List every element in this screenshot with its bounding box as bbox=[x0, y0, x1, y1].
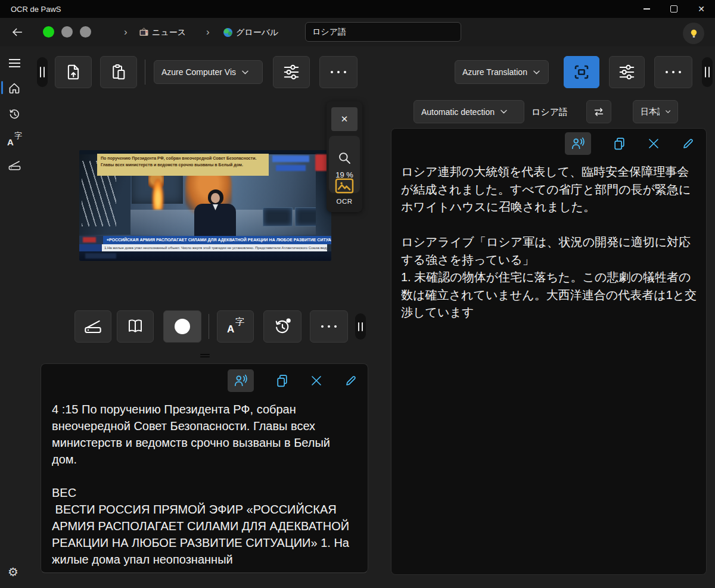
maximize-button[interactable] bbox=[660, 0, 688, 18]
status-light-gray-2[interactable] bbox=[80, 26, 91, 38]
fit-view-button[interactable] bbox=[564, 56, 599, 88]
ocr-image-icon bbox=[334, 178, 355, 194]
clear-translation-button[interactable] bbox=[642, 133, 666, 154]
read-mode-button[interactable] bbox=[117, 310, 154, 343]
sidebar-item-history[interactable] bbox=[2, 103, 26, 125]
scan-button[interactable] bbox=[74, 310, 111, 343]
edit-source-button[interactable] bbox=[339, 370, 363, 391]
swap-icon bbox=[592, 105, 606, 119]
history-button[interactable] bbox=[263, 310, 301, 343]
record-button[interactable] bbox=[163, 310, 201, 343]
settings-button[interactable]: ⚙ bbox=[1, 561, 25, 583]
paste-button[interactable] bbox=[100, 56, 137, 88]
search-input[interactable] bbox=[305, 22, 461, 42]
ocr-engine-label: Azure Computer Vis bbox=[161, 67, 236, 77]
translate-text-button[interactable]: A 字 bbox=[217, 310, 254, 343]
left-toolbar-drag-handle[interactable] bbox=[37, 57, 48, 87]
sidebar-item-translate[interactable]: A 字 bbox=[2, 129, 26, 150]
detected-language-label: ロシア語 bbox=[531, 107, 568, 118]
sidebar-item-home[interactable] bbox=[2, 77, 26, 99]
fit-screen-icon bbox=[571, 63, 592, 81]
translation-text: ロシア連邦の大統領を代表して、臨時安全保障理事会が結成されました。すべての省庁と… bbox=[401, 163, 698, 564]
capture-more-button[interactable] bbox=[310, 310, 348, 343]
history-icon bbox=[8, 107, 21, 121]
history-badge-icon bbox=[272, 317, 293, 336]
nav-menu-button[interactable] bbox=[2, 52, 26, 74]
ocr-settings-button[interactable] bbox=[273, 56, 310, 88]
sidebar-item-scan[interactable] bbox=[2, 154, 26, 176]
tv-icon bbox=[139, 27, 149, 37]
app-window: OCR de PawS ✕ › ニュース › グローバル bbox=[0, 0, 715, 588]
right-toolbar-drag-handle[interactable] bbox=[702, 57, 713, 87]
breadcrumb-global[interactable]: グローバル bbox=[236, 27, 278, 38]
record-icon bbox=[175, 319, 190, 334]
copy-source-button[interactable] bbox=[270, 370, 294, 391]
tv-live-badge bbox=[83, 237, 96, 242]
chevron-down-icon bbox=[666, 110, 670, 114]
status-light-gray-1[interactable] bbox=[61, 26, 73, 38]
chevron-down-icon bbox=[533, 70, 540, 74]
tv-bottom-block bbox=[85, 253, 116, 259]
translate-icon: A 字 bbox=[7, 132, 22, 147]
close-icon: ✕ bbox=[341, 114, 349, 125]
ocr-image-button[interactable]: OCR bbox=[330, 178, 359, 205]
hint-button[interactable] bbox=[683, 23, 704, 44]
speak-source-button[interactable] bbox=[228, 369, 254, 392]
gear-icon: ⚙ bbox=[8, 565, 18, 579]
tv-anchor-face bbox=[211, 193, 220, 203]
target-language-dropdown[interactable]: 日本語 bbox=[633, 100, 678, 123]
more-icon bbox=[321, 325, 337, 328]
more-icon bbox=[666, 71, 681, 73]
breadcrumb-chevron-2: › bbox=[206, 26, 210, 38]
book-icon bbox=[126, 318, 145, 335]
chevron-down-icon bbox=[242, 70, 248, 74]
breadcrumb-news[interactable]: ニュース bbox=[152, 27, 186, 38]
tv-banner-text: По поручению Президента РФ, собран внеоч… bbox=[97, 154, 269, 176]
tv-fire bbox=[152, 179, 164, 210]
translation-panel: ロシア連邦の大統領を代表して、臨時安全保障理事会が結成されました。すべての省庁と… bbox=[391, 128, 707, 575]
toolbar-divider bbox=[209, 314, 209, 339]
captured-image[interactable]: По поручению Президента РФ, собран внеоч… bbox=[79, 150, 331, 261]
clear-icon bbox=[309, 374, 324, 388]
tv-monitor bbox=[263, 207, 293, 226]
scanner-icon bbox=[83, 317, 103, 336]
swap-languages-button[interactable] bbox=[586, 100, 611, 123]
clipboard-paste-icon bbox=[110, 63, 128, 82]
status-light-green[interactable] bbox=[43, 26, 54, 38]
source-text-panel: 4 :15 По поручению Президента РФ, собран… bbox=[41, 363, 368, 573]
title-bar: OCR de PawS ✕ bbox=[0, 0, 715, 18]
target-language-label: 日本語 bbox=[641, 107, 660, 117]
splitter-grip[interactable] bbox=[200, 354, 210, 357]
minimize-button[interactable] bbox=[633, 0, 660, 18]
image-close-button[interactable]: ✕ bbox=[331, 107, 358, 131]
ocr-more-button[interactable] bbox=[319, 56, 358, 88]
copy-icon bbox=[275, 374, 290, 388]
clear-source-button[interactable] bbox=[304, 370, 328, 391]
more-icon bbox=[331, 71, 346, 73]
breadcrumb-chevron-1: › bbox=[124, 26, 128, 38]
edit-translation-button[interactable] bbox=[676, 133, 700, 154]
tv-ticker-text: 1.На жилые дома упал неопознанный объект… bbox=[102, 244, 327, 251]
image-overlay-panel: ✕ 19 % OCR bbox=[327, 101, 362, 212]
bottom-toolbar-drag-handle[interactable] bbox=[355, 313, 366, 340]
sliders-icon bbox=[617, 63, 636, 81]
open-file-button[interactable] bbox=[55, 56, 92, 88]
ocr-engine-dropdown[interactable]: Azure Computer Vis bbox=[154, 60, 263, 84]
window-controls: ✕ bbox=[633, 0, 715, 18]
text-to-speech-icon bbox=[233, 373, 248, 388]
ocr-button-label: OCR bbox=[336, 198, 352, 205]
tv-bottom-strip bbox=[79, 251, 331, 261]
close-button[interactable]: ✕ bbox=[688, 0, 715, 18]
text-to-speech-icon bbox=[570, 136, 586, 151]
source-language-dropdown[interactable]: Automatic detection bbox=[414, 100, 524, 123]
lightbulb-icon bbox=[688, 28, 700, 39]
globe-icon bbox=[223, 28, 232, 37]
toolbar-divider bbox=[145, 60, 145, 85]
back-button[interactable] bbox=[7, 23, 27, 42]
translation-more-button[interactable] bbox=[654, 56, 692, 88]
translation-settings-button[interactable] bbox=[609, 56, 645, 88]
translation-engine-dropdown[interactable]: Azure Translation bbox=[455, 60, 549, 84]
copy-translation-button[interactable] bbox=[607, 133, 631, 154]
scanner-icon bbox=[8, 158, 21, 172]
speak-translation-button[interactable] bbox=[565, 132, 591, 155]
